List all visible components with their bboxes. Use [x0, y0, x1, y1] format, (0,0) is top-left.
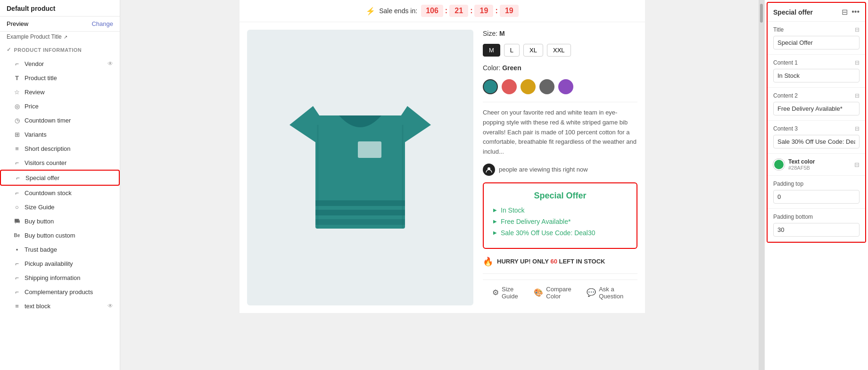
- field-input-content2[interactable]: [773, 102, 860, 115]
- field-input-content1[interactable]: [773, 69, 860, 82]
- copy-icon-content2[interactable]: ⊟: [855, 92, 860, 99]
- color-swatch-gray[interactable]: [539, 79, 554, 94]
- color-swatch-purple[interactable]: [558, 79, 573, 94]
- color-field-row: Text color #28AF5B ⊟: [773, 158, 860, 171]
- sidebar-item-variants[interactable]: ⊞ Variants: [0, 127, 120, 141]
- timer-colon-2: :: [470, 7, 472, 15]
- textblock-icon: ≡: [13, 302, 21, 310]
- sidebar-item-size-guide[interactable]: ○ Size Guide: [0, 200, 120, 214]
- svg-rect-3: [358, 141, 381, 158]
- special-offer-item-3: ▶ Sale 30% Off Use Code: Deal30: [493, 229, 627, 237]
- color-label: Color: Green: [483, 64, 521, 72]
- field-group-padding-top: Padding top: [768, 176, 865, 209]
- copy-icon-content1[interactable]: ⊟: [855, 59, 860, 66]
- copy-icon-color[interactable]: ⊟: [854, 161, 860, 168]
- grid-icon: ⊞: [13, 131, 21, 138]
- compare-color-icon: 🎨: [534, 288, 543, 297]
- sidebar-item-pickup-availability[interactable]: ⌐ Pickup availability: [0, 256, 120, 271]
- pickup-icon: ⌐: [13, 260, 21, 267]
- sidebar-label-special-offer: Special offer: [25, 174, 59, 181]
- copy-icon-title[interactable]: ⊟: [855, 26, 860, 33]
- field-input-title[interactable]: [773, 36, 860, 49]
- scroll-thumb[interactable]: [760, 4, 763, 23]
- lines-icon: ≡: [13, 145, 21, 152]
- sidebar-item-shipping-information[interactable]: ⌐ Shipping information: [0, 271, 120, 285]
- panel-more-icon[interactable]: •••: [851, 8, 860, 16]
- sidebar-item-vendor[interactable]: ⌐ Vendor 👁: [0, 57, 120, 71]
- field-group-title: Title ⊟: [768, 22, 865, 55]
- panel-copy-icon[interactable]: ⊟: [842, 8, 848, 16]
- timer-segments: 106 : 21 : 19 : 19: [421, 5, 519, 17]
- sidebar-item-special-offer[interactable]: ⌐ Special offer: [0, 170, 120, 186]
- cart-icon: ⛟: [13, 217, 21, 225]
- color-swatch-gold[interactable]: [521, 79, 536, 94]
- be-icon: Be: [13, 231, 21, 239]
- product-preview: ⚡ Sale ends in: 106 : 21 : 19 : 19: [240, 0, 645, 313]
- visitors-icon: [483, 164, 495, 176]
- countdown-icon: ⌐: [13, 189, 21, 197]
- color-swatch-green[interactable]: [773, 159, 785, 170]
- compare-color-action[interactable]: 🎨 Compare Color: [534, 286, 575, 300]
- field-input-padding-bottom[interactable]: [773, 223, 860, 237]
- size-buttons: M L XL XXL: [483, 44, 637, 57]
- lightning-icon: ⚡: [366, 7, 375, 16]
- special-offer-item-1: ▶ In Stock: [493, 206, 627, 214]
- sidebar-label-countdown-stock: Countdown stock: [25, 189, 72, 197]
- stock-row: 🔥 HURRY UP! ONLY 60 LEFT IN STOCK: [483, 256, 637, 267]
- ask-question-label: Ask a Question: [599, 286, 628, 300]
- right-panel: Special offer ⊟ ••• Title ⊟ Content 1 ⊟: [764, 0, 868, 370]
- sidebar-item-buy-button-custom[interactable]: Be Buy button custom: [0, 228, 120, 242]
- timer-bar: ⚡ Sale ends in: 106 : 21 : 19 : 19: [240, 0, 645, 22]
- field-group-padding-bottom: Padding bottom: [768, 209, 865, 242]
- sidebar-label-buy-button-custom: Buy button custom: [25, 232, 75, 239]
- sidebar-item-text-block[interactable]: ≡ text block 👁: [0, 299, 120, 313]
- field-label-content2: Content 2 ⊟: [773, 92, 860, 99]
- sidebar-item-countdown-stock[interactable]: ⌐ Countdown stock: [0, 186, 120, 200]
- field-label-content3: Content 3 ⊟: [773, 125, 860, 132]
- sidebar-item-product-title[interactable]: T Product title: [0, 71, 120, 85]
- copy-icon-content3[interactable]: ⊟: [855, 125, 860, 132]
- app-title: Default product: [7, 5, 113, 12]
- svg-rect-6: [315, 219, 405, 225]
- sidebar-label-vendor: Vendor: [25, 60, 44, 67]
- size-guide-icon: ⚙: [492, 288, 499, 297]
- size-guide-action[interactable]: ⚙ Size Guide: [492, 286, 522, 300]
- timer-hours: 106: [421, 5, 443, 17]
- sidebar-item-complementary-products[interactable]: ⌐ Complementary products: [0, 285, 120, 299]
- section-header[interactable]: ✓ PRODUCT INFORMATION: [0, 43, 120, 57]
- eye2-icon: 👁: [107, 303, 113, 309]
- size-btn-xl[interactable]: XL: [523, 44, 543, 57]
- sidebar-item-trust-badge[interactable]: ▪ Trust badge: [0, 242, 120, 256]
- sidebar-item-countdown-timer[interactable]: ◷ Countdown timer: [0, 113, 120, 127]
- ask-question-action[interactable]: 💬 Ask a Question: [587, 286, 628, 300]
- sidebar-item-visitors-counter[interactable]: ⌐ Visitors counter: [0, 156, 120, 170]
- sidebar-label-size-guide: Size Guide: [25, 204, 55, 211]
- size-label: Size: M: [483, 30, 505, 37]
- sidebar-label-trust-badge: Trust badge: [25, 246, 57, 253]
- size-btn-l[interactable]: L: [504, 44, 520, 57]
- field-input-padding-top[interactable]: [773, 190, 860, 204]
- color-swatch-red[interactable]: [502, 79, 517, 94]
- sidebar-item-short-description[interactable]: ≡ Short description: [0, 141, 120, 156]
- size-btn-m[interactable]: M: [483, 44, 500, 57]
- svg-rect-5: [315, 210, 405, 215]
- field-input-content3[interactable]: [773, 135, 860, 148]
- sidebar-label-text-block: text block: [25, 303, 50, 310]
- corner-icon: ⌐: [13, 60, 21, 67]
- sidebar-item-review[interactable]: ☆ Review: [0, 85, 120, 99]
- special-offer-box: Special Offer ▶ In Stock ▶ Free Delivery…: [483, 182, 637, 249]
- sidebar-label-variants: Variants: [25, 131, 47, 138]
- product-content: Size: M M L XL XXL Color: Green: [240, 22, 645, 313]
- divider-1: [483, 102, 637, 102]
- field-label-title: Title ⊟: [773, 26, 860, 33]
- sidebar-item-price[interactable]: ◎ Price: [0, 99, 120, 113]
- size-row: Size: M: [483, 30, 637, 37]
- color-swatch-teal[interactable]: [483, 79, 498, 94]
- eye-icon: 👁: [107, 60, 113, 67]
- change-button[interactable]: Change: [91, 20, 113, 27]
- sidebar-item-buy-button[interactable]: ⛟ Buy button: [0, 214, 120, 228]
- star-icon: ☆: [13, 88, 21, 96]
- field-group-content2: Content 2 ⊟: [768, 88, 865, 121]
- size-btn-xxl[interactable]: XXL: [547, 44, 571, 57]
- sidebar-label-visitors-counter: Visitors counter: [25, 159, 66, 166]
